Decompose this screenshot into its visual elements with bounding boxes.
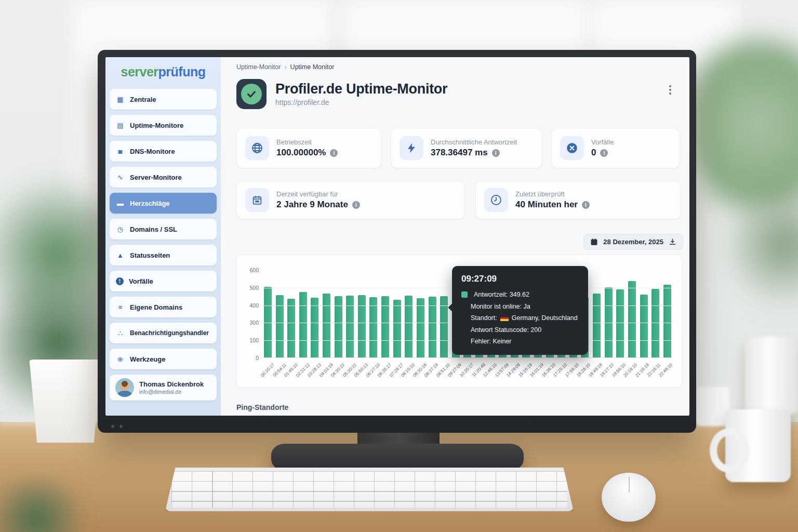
keyboard-keys xyxy=(171,471,567,508)
sidebar-item-label: Server-Monitore xyxy=(130,174,182,181)
sidebar-item-eigene-domains[interactable]: ≡Eigene Domains xyxy=(110,297,217,317)
tooltip-location: Germany, Deutschland xyxy=(512,312,578,324)
server-monitors-icon: ∿ xyxy=(116,174,125,181)
info-icon[interactable]: i xyxy=(330,149,338,157)
calendar-icon xyxy=(245,188,269,212)
incidents-icon: ! xyxy=(116,277,124,285)
stat-card-available-since: Derzeit verfügbar für 2 Jahre 9 Monatei xyxy=(236,181,465,219)
tooltip-location-prefix: Standort: xyxy=(471,312,497,324)
stat-card-uptime: Betriebszeit 100.00000%i xyxy=(236,128,382,168)
tools-icon: ⊕ xyxy=(116,355,125,363)
sidebar-item-label: Statusseiten xyxy=(130,251,170,259)
keyboard xyxy=(165,468,574,511)
response-time-bar[interactable] xyxy=(369,297,377,357)
stat-card-incidents: Vorfälle 0i xyxy=(551,128,680,168)
date-picker-button[interactable]: 28 Dezember, 2025 xyxy=(583,234,683,250)
sidebar-item-label: Domains / SSL xyxy=(130,225,177,233)
tooltip-time: 09:27:09 xyxy=(461,274,579,284)
logo-part-green: server xyxy=(121,64,158,79)
sidebar-item-statusseiten[interactable]: ▲Statusseiten xyxy=(110,245,217,265)
bezel-indicator-dot xyxy=(119,425,123,428)
check-circle-icon xyxy=(241,84,262,104)
sidebar-item-label: Eigene Domains xyxy=(130,303,182,311)
date-label: 28 Dezember, 2025 xyxy=(603,238,663,246)
info-icon[interactable]: i xyxy=(600,149,608,157)
sidebar-item-uptime-monitore[interactable]: ▤Uptime-Monitore xyxy=(110,115,217,136)
tooltip-status: Antwort Statuscode: 200 xyxy=(471,324,541,336)
chart-tooltip: 09:27:09 Antwortzeit: 349.62 Monitor ist… xyxy=(452,266,588,355)
tooltip-online: Monitor ist online: Ja xyxy=(471,301,530,313)
sidebar-item-zentrale[interactable]: ▦Zentrale xyxy=(110,89,217,110)
user-avatar xyxy=(115,378,134,397)
user-profile-chip[interactable]: Thomas Dickenbrok info@dimedial.de xyxy=(110,375,217,401)
sidebar-item-label: Herzschläge xyxy=(130,200,170,207)
y-axis-tick: 600 xyxy=(249,267,259,273)
response-time-bar[interactable] xyxy=(264,287,272,357)
mouse xyxy=(602,473,656,522)
stat-value: 378.36497 ms xyxy=(431,148,488,158)
stat-value: 100.00000% xyxy=(276,148,326,158)
sidebar-item-benachrichtigungshandler[interactable]: ∴Benachrichtigungshandler xyxy=(110,323,217,343)
sidebar-item-domains-ssl[interactable]: ◷Domains / SSL xyxy=(110,219,217,240)
info-icon[interactable]: i xyxy=(492,149,500,157)
sidebar-item-herzschläge[interactable]: ▬Herzschläge xyxy=(110,193,217,214)
chevron-right-icon: › xyxy=(284,63,286,71)
breadcrumb-parent[interactable]: Uptime-Monitor xyxy=(236,63,281,71)
y-axis-tick: 300 xyxy=(249,320,259,326)
page-title: Profiler.de Uptime-Monitor xyxy=(275,82,447,97)
download-icon[interactable] xyxy=(669,238,676,246)
info-icon[interactable]: i xyxy=(352,201,360,209)
status-pages-icon: ▲ xyxy=(116,251,125,259)
stat-card-last-checked: Zuletzt überprüft 40 Minuten heri xyxy=(475,181,681,219)
response-time-bar[interactable] xyxy=(323,294,330,357)
response-time-bar[interactable] xyxy=(616,289,624,357)
response-time-bar[interactable] xyxy=(663,285,671,357)
y-axis-tick: 500 xyxy=(249,285,259,291)
stat-value: 0 xyxy=(591,148,596,158)
uptime-monitors-icon: ▤ xyxy=(116,122,125,129)
user-name: Thomas Dickenbrok xyxy=(139,380,204,389)
small-cup xyxy=(696,387,729,426)
heartbeats-icon: ▬ xyxy=(116,200,125,207)
series-legend-swatch xyxy=(461,291,468,298)
stat-label: Derzeit verfügbar für xyxy=(276,190,360,198)
response-time-bar[interactable] xyxy=(628,281,636,357)
chart-x-axis: 00:20:1700:54:1101:45:1002:31:1203:28:13… xyxy=(263,359,672,380)
kebab-menu-icon[interactable] xyxy=(664,83,676,97)
response-time-bar[interactable] xyxy=(417,298,424,357)
response-time-bar[interactable] xyxy=(311,298,318,357)
response-time-bar[interactable] xyxy=(640,295,648,357)
sidebar-item-label: Zentrale xyxy=(130,96,156,103)
coffee-mug-front xyxy=(725,409,791,482)
response-time-bar[interactable] xyxy=(593,294,601,357)
response-time-bar[interactable] xyxy=(358,295,366,357)
breadcrumb-current: Uptime Monitor xyxy=(290,63,335,71)
dashboard-icon: ▦ xyxy=(116,96,125,103)
logo-part-blue: prüfung xyxy=(158,64,206,79)
tooltip-error: Fehler: Keiner xyxy=(471,336,512,348)
response-time-bar[interactable] xyxy=(393,300,401,357)
globe-icon xyxy=(245,136,269,160)
monitor-stand-base xyxy=(271,444,524,471)
monitor-bezel: serverprüfung ▦Zentrale▤Uptime-Monitore◙… xyxy=(98,50,696,433)
own-domains-icon: ≡ xyxy=(116,303,125,311)
breadcrumb: Uptime-Monitor › Uptime Monitor xyxy=(236,63,334,71)
notification-handlers-icon: ∴ xyxy=(116,329,125,337)
sidebar: serverprüfung ▦Zentrale▤Uptime-Monitore◙… xyxy=(105,57,221,416)
y-axis-tick: 0 xyxy=(256,355,259,361)
response-time-bar[interactable] xyxy=(287,299,295,357)
sidebar-item-werkzeuge[interactable]: ⊕Werkzeuge xyxy=(110,349,217,369)
germany-flag-icon xyxy=(500,315,509,321)
response-time-bar[interactable] xyxy=(299,292,307,357)
app-logo: serverprüfung xyxy=(105,64,221,79)
sidebar-item-vorfälle[interactable]: !Vorfälle xyxy=(110,271,217,291)
tooltip-response: Antwortzeit: 349.62 xyxy=(474,289,529,301)
sidebar-item-dns-monitore[interactable]: ◙DNS-Monitore xyxy=(110,141,217,162)
sidebar-item-server-monitore[interactable]: ∿Server-Monitore xyxy=(110,167,217,188)
clock-icon xyxy=(484,188,508,212)
response-time-bar[interactable] xyxy=(276,295,284,357)
info-icon[interactable]: i xyxy=(582,201,590,209)
monitor-status-icon xyxy=(236,79,267,109)
sidebar-item-label: Benachrichtigungshandler xyxy=(130,329,209,337)
stat-value: 40 Minuten her xyxy=(515,200,578,210)
